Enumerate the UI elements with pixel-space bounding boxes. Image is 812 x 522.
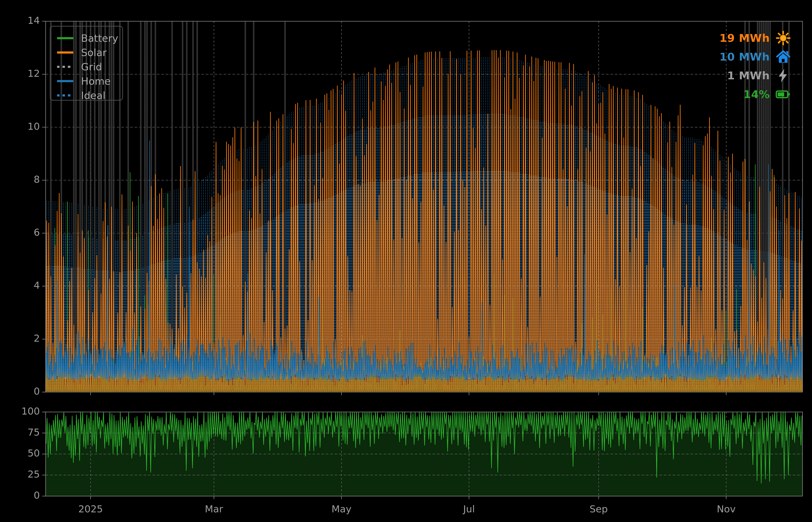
- legend-item-battery: Battery: [57, 32, 122, 44]
- stat-row-solar: 19 MWh: [719, 28, 791, 47]
- stat-row-grid: 1 MWh: [727, 66, 791, 85]
- legend-label-ideal: Ideal: [81, 91, 105, 101]
- home-line-swatch: [57, 80, 73, 82]
- legend-item-solar: Solar: [57, 46, 122, 59]
- solar-line-swatch: [57, 52, 73, 54]
- grid-total-value: 1 MWh: [727, 70, 770, 81]
- battery-line-swatch: [57, 37, 73, 39]
- battery-soc-value: 14%: [743, 89, 770, 100]
- legend-item-ideal: Ideal: [57, 89, 122, 102]
- ideal-line-swatch: [57, 94, 73, 97]
- home-total-value: 10 MWh: [719, 52, 770, 62]
- legend-label-solar: Solar: [81, 47, 107, 58]
- house-icon: [775, 49, 791, 65]
- grid-line-swatch: [57, 66, 73, 68]
- stat-row-home: 10 MWh: [719, 47, 791, 66]
- sun-icon: [775, 30, 791, 46]
- legend-label-battery: Battery: [81, 33, 118, 43]
- chart-legend: Battery Solar Grid Home Ideal: [50, 26, 123, 101]
- solar-total-value: 19 MWh: [719, 33, 770, 43]
- legend-label-home: Home: [81, 76, 111, 86]
- bolt-icon: [775, 68, 791, 83]
- legend-label-grid: Grid: [81, 62, 102, 72]
- legend-item-grid: Grid: [57, 61, 122, 73]
- summary-stats: 19 MWh 10 MWh 1 MWh: [719, 28, 791, 104]
- energy-dashboard: Battery Solar Grid Home Ideal 19 MWh: [0, 0, 812, 522]
- stat-row-battery: 14%: [743, 85, 791, 104]
- legend-item-home: Home: [57, 75, 122, 87]
- battery-icon: [775, 86, 791, 102]
